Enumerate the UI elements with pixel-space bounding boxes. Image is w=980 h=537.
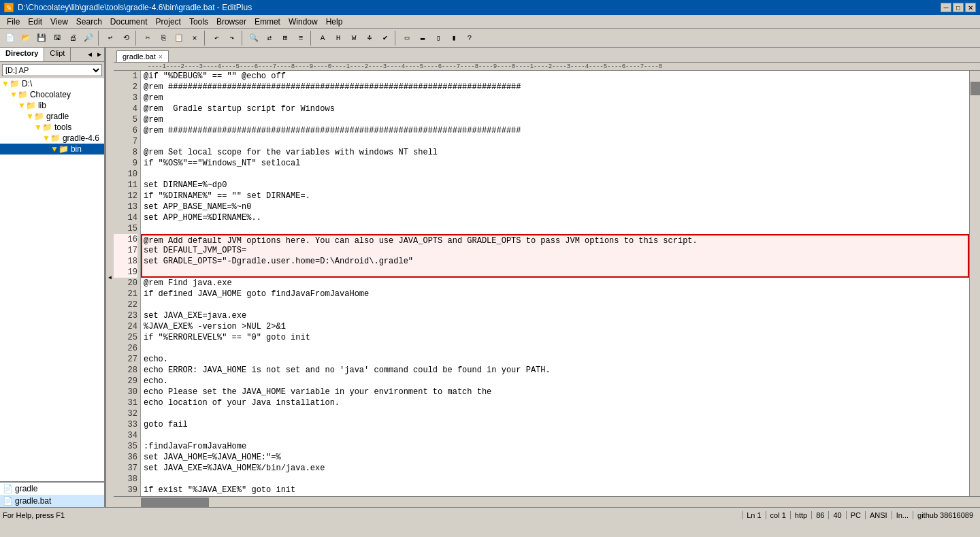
- save-button[interactable]: 💾: [34, 31, 49, 46]
- code-line[interactable]: set JAVA_HOME=%JAVA_HOME:"=%: [141, 452, 969, 463]
- vscroll-thumb[interactable]: [970, 82, 980, 95]
- mark-btn[interactable]: ✔: [378, 31, 393, 46]
- file-tree[interactable]: ▼📁 D:\ ▼📁 Chocolatey ▼📁 lib ▼📁 gradle ▼�: [0, 78, 104, 481]
- menu-help[interactable]: Help: [322, 16, 347, 28]
- code-line[interactable]: @rem Find java.exe: [141, 278, 969, 289]
- search-btn[interactable]: 🔍: [246, 31, 261, 46]
- menu-search[interactable]: Search: [72, 16, 106, 28]
- hscroll-thumb[interactable]: [141, 498, 209, 507]
- tree-item-bin[interactable]: ▼📁 bin: [0, 144, 104, 154]
- tab-directory[interactable]: Directory: [0, 48, 44, 61]
- tree-item-gradle[interactable]: ▼📁 gradle: [0, 111, 104, 122]
- code-line[interactable]: if defined JAVA_HOME goto findJavaFromJa…: [141, 289, 969, 299]
- tree-item-chocolatey[interactable]: ▼📁 Chocolatey: [0, 89, 104, 100]
- menu-browser[interactable]: Browser: [212, 16, 250, 28]
- browser-btn3[interactable]: ▯: [431, 31, 446, 46]
- code-line[interactable]: [141, 136, 969, 147]
- code-line[interactable]: echo location of your Java installation.: [141, 397, 969, 408]
- format-btn[interactable]: A: [315, 31, 330, 46]
- code-line[interactable]: @rem: [141, 114, 969, 125]
- tree-item-tools[interactable]: ▼📁 tools: [0, 122, 104, 133]
- menu-edit[interactable]: Edit: [24, 16, 46, 28]
- open-file-gradlebat[interactable]: 📄 gradle.bat: [0, 495, 104, 507]
- code-line[interactable]: @rem Set local scope for the variables w…: [141, 147, 969, 158]
- horizontal-scrollbar[interactable]: [114, 496, 980, 507]
- tree-item-d[interactable]: ▼📁 D:\: [0, 78, 104, 89]
- code-line[interactable]: set DEFAULT_JVM_OPTS=: [141, 245, 969, 256]
- drive-select[interactable]: [D:] AP: [2, 64, 102, 76]
- new-button[interactable]: 📄: [3, 31, 18, 46]
- code-line[interactable]: :findJavaFromJavaHome: [141, 441, 969, 452]
- redo-button[interactable]: ↷: [225, 31, 240, 46]
- code-line[interactable]: echo ERROR: JAVA_HOME is not set and no …: [141, 365, 969, 376]
- code-line[interactable]: @rem Gradle startup script for Windows: [141, 103, 969, 114]
- code-line[interactable]: set DIRNAME=%~dp0: [141, 180, 969, 191]
- editor-tab[interactable]: gradle.bat ×: [116, 50, 169, 62]
- cut-button[interactable]: ✂: [140, 31, 155, 46]
- undo-button[interactable]: ↩: [103, 31, 118, 46]
- restore-button[interactable]: □: [953, 3, 964, 12]
- menu-file[interactable]: File: [3, 16, 24, 28]
- code-line[interactable]: @rem ###################################…: [141, 82, 969, 93]
- help-btn[interactable]: ?: [462, 31, 477, 46]
- grep-btn[interactable]: ≡: [293, 31, 308, 46]
- code-line[interactable]: if "%OS%"=="Windows_NT" setlocal: [141, 158, 969, 169]
- code-line[interactable]: goto fail: [141, 419, 969, 430]
- minimize-button[interactable]: ─: [941, 3, 951, 12]
- paste-button[interactable]: 📋: [172, 31, 186, 46]
- code-line[interactable]: [141, 299, 969, 310]
- code-line[interactable]: echo Please set the JAVA_HOME variable i…: [141, 387, 969, 397]
- panel-collapse-button[interactable]: ◀: [105, 48, 114, 507]
- code-line[interactable]: set APP_HOME=%DIRNAME%..: [141, 212, 969, 223]
- format2-btn[interactable]: H: [331, 31, 346, 46]
- replace-btn[interactable]: ⇄: [262, 31, 277, 46]
- browser-btn1[interactable]: ▭: [399, 31, 414, 46]
- tab-close-button[interactable]: ×: [159, 53, 163, 61]
- tree-item-lib[interactable]: ▼📁 lib: [0, 100, 104, 111]
- code-line[interactable]: [141, 343, 969, 354]
- code-line[interactable]: @if "%DEBUG%" == "" @echo off: [141, 71, 969, 82]
- code-line[interactable]: @rem Add default JVM options here. You c…: [141, 234, 969, 245]
- code-line[interactable]: [141, 169, 969, 180]
- undo2-button[interactable]: ⟲: [118, 31, 133, 46]
- code-line[interactable]: if exist "%JAVA_EXE%" goto init: [141, 485, 969, 495]
- code-line[interactable]: @rem: [141, 93, 969, 103]
- code-line[interactable]: echo.: [141, 376, 969, 387]
- panel-nav-right[interactable]: ▶: [95, 48, 104, 61]
- code-line[interactable]: [141, 267, 969, 278]
- code-line[interactable]: set GRADLE_OPTS="-Dgradle.user.home=D:\A…: [141, 256, 969, 267]
- vertical-scrollbar[interactable]: [969, 71, 980, 496]
- print-preview-button[interactable]: 🔎: [81, 31, 96, 46]
- browser-btn4[interactable]: ▮: [446, 31, 461, 46]
- copy-button[interactable]: ⎘: [156, 31, 171, 46]
- code-line[interactable]: set APP_BASE_NAME=%~n0: [141, 201, 969, 212]
- menu-document[interactable]: Document: [106, 16, 152, 28]
- menu-view[interactable]: View: [46, 16, 72, 28]
- menu-tools[interactable]: Tools: [185, 16, 212, 28]
- code-line[interactable]: set JAVA_EXE=java.exe: [141, 310, 969, 321]
- menu-project[interactable]: Project: [152, 16, 185, 28]
- close-button[interactable]: ✕: [965, 3, 976, 12]
- searchall-btn[interactable]: ⊞: [278, 31, 293, 46]
- panel-nav-left[interactable]: ◀: [85, 48, 95, 61]
- tree-item-gradle46[interactable]: ▼📁 gradle-4.6: [0, 133, 104, 144]
- code-line[interactable]: if "%DIRNAME%" == "" set DIRNAME=.: [141, 191, 969, 201]
- toggle-btn[interactable]: ≑: [362, 31, 377, 46]
- code-line[interactable]: [141, 223, 969, 234]
- menu-emmet[interactable]: Emmet: [250, 16, 284, 28]
- code-line[interactable]: if "%ERRORLEVEL%" == "0" goto init: [141, 332, 969, 343]
- code-scroll[interactable]: @if "%DEBUG%" == "" @echo off@rem ######…: [141, 71, 969, 496]
- wrap-btn[interactable]: W: [346, 31, 361, 46]
- delete-button[interactable]: ✕: [187, 31, 202, 46]
- code-line[interactable]: [141, 430, 969, 441]
- code-line[interactable]: %JAVA_EXE% -version >NUL 2>&1: [141, 321, 969, 332]
- code-line[interactable]: @rem ###################################…: [141, 125, 969, 136]
- undo3-button[interactable]: ↶: [209, 31, 224, 46]
- browser-btn2[interactable]: ▬: [415, 31, 430, 46]
- save-all-button[interactable]: 🖫: [50, 31, 65, 46]
- print-button[interactable]: 🖨: [65, 31, 80, 46]
- code-line[interactable]: [141, 408, 969, 419]
- open-button[interactable]: 📂: [18, 31, 33, 46]
- code-line[interactable]: set JAVA_EXE=%JAVA_HOME%/bin/java.exe: [141, 463, 969, 474]
- code-line[interactable]: [141, 474, 969, 485]
